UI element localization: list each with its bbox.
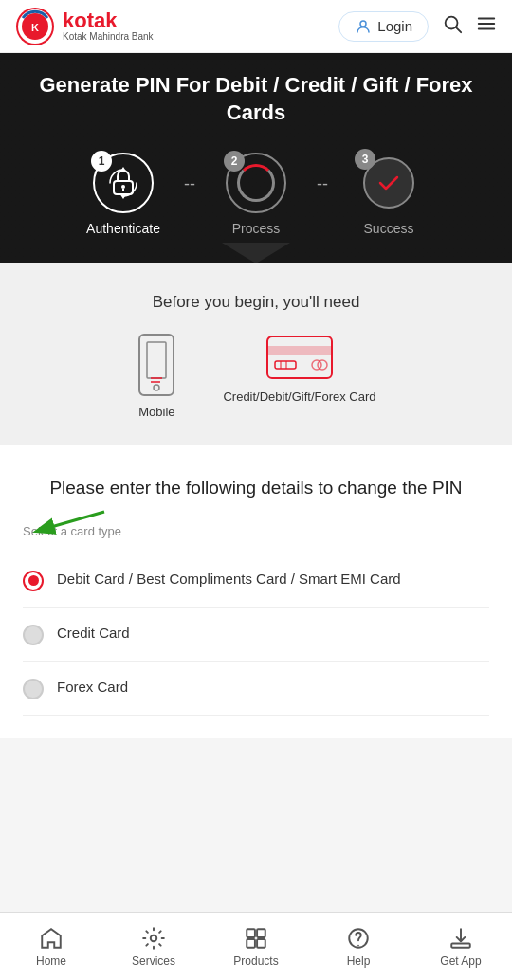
svg-rect-36 [451, 943, 470, 947]
svg-text:K: K [31, 22, 39, 33]
svg-rect-31 [257, 929, 265, 937]
nav-item-help[interactable]: Help [307, 926, 410, 968]
kotak-logo-icon: K [15, 7, 55, 46]
radio-credit [23, 625, 44, 645]
before-item-mobile: Mobile [136, 333, 177, 419]
help-icon [346, 926, 371, 951]
step-divider-2: -- [313, 174, 332, 194]
mobile-icon [136, 333, 177, 397]
form-title: Please enter the following details to ch… [23, 476, 489, 501]
login-button[interactable]: Login [338, 11, 429, 42]
nav-item-getapp[interactable]: Get App [410, 926, 512, 968]
step-2-label: Process [232, 221, 281, 236]
steps-row: 1 Authenticate -- [19, 153, 493, 236]
step-3-label: Success [364, 221, 414, 236]
step-1: 1 Authenticate [66, 153, 180, 236]
brand-name: kotak [63, 10, 154, 31]
getapp-label: Get App [440, 954, 481, 968]
nav-item-products[interactable]: Products [205, 926, 307, 968]
forex-card-label: Forex Card [57, 677, 128, 697]
login-label: Login [377, 18, 412, 34]
svg-point-35 [357, 944, 359, 946]
products-label: Products [233, 954, 278, 968]
step-2: 2 Process [199, 153, 313, 236]
before-item-card: Credit/Debit/Gift/Forex Card [223, 333, 375, 419]
logo-text: kotak Kotak Mahindra Bank [63, 10, 154, 42]
person-icon [355, 18, 372, 35]
before-title: Before you begin, you'll need [19, 293, 493, 312]
svg-rect-33 [257, 939, 265, 948]
bottom-nav: Home Services Products Help Get App [0, 912, 512, 980]
svg-rect-30 [247, 929, 255, 937]
nav-item-services[interactable]: Services [102, 926, 205, 968]
lock-icon [106, 166, 140, 200]
hero-arrow [222, 243, 290, 263]
svg-rect-20 [267, 336, 332, 378]
step-3: 3 Success [332, 153, 446, 236]
radio-debit [23, 571, 44, 591]
credit-card-label: Credit Card [57, 623, 130, 643]
logo: K kotak Kotak Mahindra Bank [15, 7, 154, 46]
step-divider-1: -- [180, 174, 199, 194]
svg-point-29 [151, 935, 157, 941]
nav-item-home[interactable]: Home [0, 926, 102, 968]
svg-line-28 [38, 512, 104, 531]
step-2-number: 2 [224, 151, 245, 172]
svg-point-11 [121, 185, 125, 189]
step-1-label: Authenticate [86, 221, 160, 236]
svg-rect-15 [139, 335, 174, 395]
card-option-forex[interactable]: Forex Card [23, 662, 489, 716]
card-label: Credit/Debit/Gift/Forex Card [223, 390, 375, 404]
card-option-debit[interactable]: Debit Card / Best Compliments Card / Sma… [23, 554, 489, 608]
svg-rect-21 [267, 346, 332, 355]
before-section: Before you begin, you'll need Mobile [0, 263, 512, 445]
mobile-label: Mobile [138, 405, 174, 419]
before-items: Mobile Credit/Debit/Gift/Forex Card [19, 333, 493, 419]
check-icon [375, 170, 402, 196]
getapp-icon [448, 926, 473, 951]
debit-card-label: Debit Card / Best Compliments Card / Sma… [57, 569, 401, 589]
radio-forex [23, 679, 44, 699]
svg-rect-22 [275, 361, 296, 369]
help-label: Help [347, 954, 371, 968]
hero-title: Generate PIN For Debit / Credit / Gift /… [19, 72, 493, 126]
bank-name: Kotak Mahindra Bank [63, 31, 154, 42]
card-icon [265, 333, 334, 382]
products-icon [244, 926, 268, 951]
svg-rect-32 [247, 939, 255, 948]
services-icon [141, 926, 166, 951]
form-section: Please enter the following details to ch… [0, 445, 512, 738]
home-icon [39, 926, 64, 951]
home-label: Home [36, 954, 66, 968]
menu-icon[interactable] [476, 13, 497, 40]
step-3-circle: 3 [358, 153, 419, 213]
svg-point-4 [360, 21, 366, 27]
svg-point-26 [318, 360, 327, 370]
green-arrow-annotation [19, 502, 114, 540]
step-2-circle: 2 [226, 153, 286, 213]
svg-line-6 [456, 27, 461, 32]
hero-section: Generate PIN For Debit / Credit / Gift /… [0, 53, 512, 263]
card-option-credit[interactable]: Credit Card [23, 608, 489, 662]
svg-rect-16 [147, 342, 166, 378]
svg-point-17 [154, 385, 159, 390]
header: K kotak Kotak Mahindra Bank Login [0, 0, 512, 53]
search-icon[interactable] [442, 13, 463, 40]
process-spinner [237, 164, 275, 202]
step-1-circle: 1 [93, 153, 154, 213]
radio-debit-inner [28, 575, 39, 586]
services-label: Services [132, 954, 175, 968]
header-actions: Login [338, 11, 497, 42]
